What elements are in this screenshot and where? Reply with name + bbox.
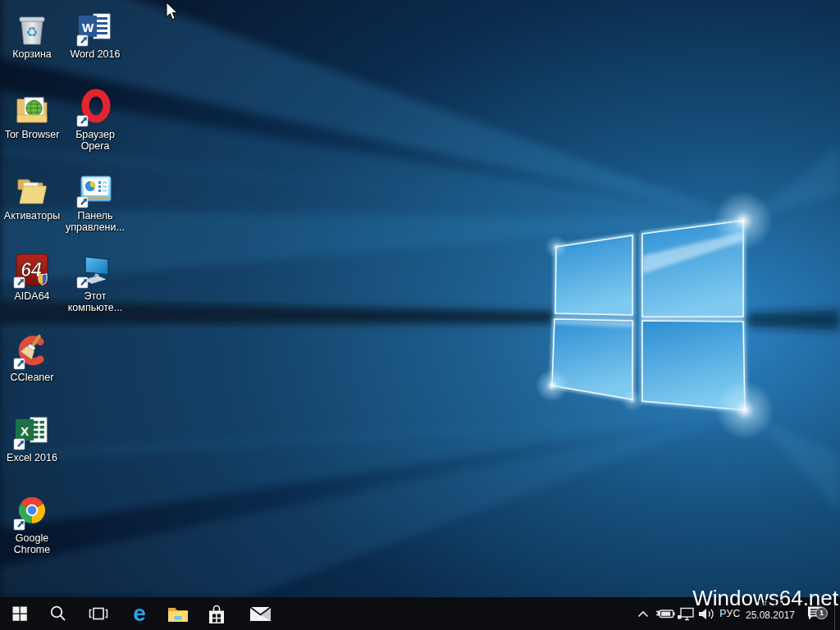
aida64-icon: 64 [12, 250, 52, 290]
edge-button[interactable]: e [120, 597, 159, 630]
file-explorer-button[interactable] [158, 597, 198, 630]
desktop-icon-label: Tor Browser [5, 130, 60, 141]
desktop-icon-this-pc[interactable]: Этот компьюте... [63, 250, 127, 313]
open-folder-icon [12, 170, 52, 209]
shortcut-arrow-icon [77, 35, 88, 46]
mouse-cursor [166, 2, 179, 21]
shortcut-arrow-icon [14, 519, 25, 530]
tray-battery-button[interactable] [655, 597, 676, 630]
desktop-icon-google-chrome[interactable]: Google Chrome [0, 492, 64, 555]
chevron-up-icon [637, 610, 649, 618]
desktop-icon-label: Корзина [12, 49, 52, 61]
mail-button[interactable] [240, 597, 280, 630]
desktop-icon-opera[interactable]: Браузер Opera [63, 89, 127, 152]
desktop-icon-word-2016[interactable]: W Word 2016 [63, 8, 127, 61]
store-bag-icon [206, 603, 227, 625]
battery-charging-icon [655, 608, 676, 619]
google-chrome-icon [12, 492, 52, 532]
store-button[interactable] [197, 597, 236, 630]
desktop-icon-activators[interactable]: Активаторы [0, 170, 64, 222]
recycle-symbol: ♻ [25, 25, 38, 40]
word-2016-icon: W [75, 8, 115, 48]
search-button[interactable] [39, 597, 78, 630]
start-button[interactable] [0, 597, 39, 630]
windows-logo-icon [11, 605, 29, 623]
svg-text:W: W [82, 21, 94, 34]
desktop-icon-control-panel[interactable]: Панель управлени... [63, 170, 127, 233]
svg-text:X: X [21, 424, 29, 438]
desktop-icon-label: Word 2016 [71, 49, 121, 61]
shortcut-arrow-icon [14, 358, 25, 369]
desktop-icon-aida64[interactable]: 64 AIDA64 [0, 250, 64, 303]
search-icon [49, 605, 67, 623]
tray-time: 16:15 [758, 598, 783, 609]
desktop-icon-label: Панель управлени... [63, 211, 127, 233]
desktop-icon-label: Браузер Opera [63, 130, 127, 152]
task-view-icon [89, 605, 108, 622]
opera-icon [75, 89, 115, 128]
tray-date: 25.08.2017 [746, 609, 795, 621]
ccleaner-icon [12, 331, 52, 371]
this-pc-icon [75, 250, 115, 290]
folder-icon [167, 605, 189, 623]
desktop-icon-label: CCleaner [11, 372, 54, 384]
desktop-icon-tor-browser[interactable]: Tor Browser [0, 89, 64, 141]
edge-icon: e [127, 600, 152, 627]
shortcut-arrow-icon [77, 197, 88, 208]
shortcut-arrow-icon [77, 116, 88, 126]
shortcut-arrow-icon [14, 277, 25, 288]
desktop-icon-label: AIDA64 [14, 291, 49, 303]
tray-clock[interactable]: 16:15 25.08.2017 [743, 596, 797, 623]
mail-envelope-icon [249, 606, 272, 622]
desktop-icon-label: Активаторы [4, 211, 60, 222]
desktop-icon-excel-2016[interactable]: X Excel 2016 [0, 412, 64, 464]
desktop[interactable]: ♻ Корзина W Word 2016 Tor [0, 0, 840, 597]
desktop-icon-label: Excel 2016 [7, 453, 57, 464]
excel-2016-icon: X [12, 412, 52, 451]
desktop-icon-label: Этот компьюте... [63, 291, 127, 313]
desktop-icon-label: Google Chrome [0, 533, 64, 555]
tray-chevron-button[interactable] [633, 597, 653, 630]
recycle-bin-icon: ♻ [12, 8, 52, 48]
desktop-icon-recycle-bin[interactable]: ♻ Корзина [0, 8, 64, 61]
task-view-button[interactable] [79, 597, 118, 630]
control-panel-icon [75, 170, 115, 209]
tor-browser-icon [12, 89, 52, 128]
shortcut-arrow-icon [14, 439, 25, 450]
shortcut-arrow-icon [77, 277, 88, 288]
desktop-icon-ccleaner[interactable]: CCleaner [0, 331, 64, 384]
svg-text:e: e [133, 600, 146, 626]
